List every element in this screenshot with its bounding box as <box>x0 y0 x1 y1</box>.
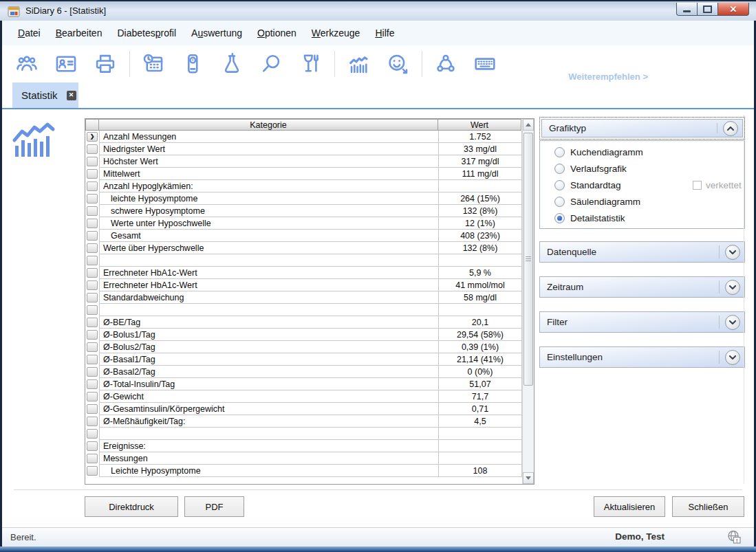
app-icon <box>8 5 21 17</box>
expand-button[interactable] <box>725 350 740 365</box>
value-cell <box>439 440 522 452</box>
menu-item-optionen[interactable]: Optionen <box>250 25 304 41</box>
row-selector-button[interactable] <box>87 342 98 352</box>
panel-einstellungen[interactable]: Einstellungen <box>539 346 745 368</box>
menu-item-datei[interactable]: Datei <box>10 25 48 41</box>
value-cell <box>439 428 522 440</box>
category-cell <box>99 304 439 316</box>
sync-icon[interactable] <box>431 49 461 78</box>
radio-säulendiagramm[interactable] <box>554 197 565 207</box>
table-row: Ø-Total-Insulin/Tag51,07 <box>85 378 522 390</box>
lab-flask-icon[interactable] <box>217 49 247 78</box>
table-scrollbar[interactable] <box>522 119 534 484</box>
menu-item-auswertung[interactable]: Auswertung <box>184 25 250 41</box>
row-selector-button[interactable] <box>87 293 98 302</box>
restore-button[interactable] <box>697 3 718 16</box>
expand-button[interactable] <box>725 245 740 260</box>
row-selector-button[interactable] <box>87 392 98 401</box>
tab-close-icon[interactable]: ✕ <box>67 91 76 100</box>
keyboard-icon[interactable] <box>470 49 500 78</box>
category-cell: Anzahl Hypoglykämien: <box>99 180 439 192</box>
calendar-clock-icon[interactable] <box>138 49 169 78</box>
printer-icon[interactable] <box>90 49 120 78</box>
menu-item-hilfe[interactable]: Hilfe <box>367 25 402 41</box>
value-cell: 108 <box>439 465 522 477</box>
scroll-up-button[interactable] <box>523 119 534 131</box>
expand-button[interactable] <box>725 315 740 330</box>
chevron-up-icon <box>726 126 735 131</box>
table-row: Ø-Basal1/Tag21,14 (41%) <box>85 353 522 366</box>
table-row: Ereignisse: <box>85 440 522 452</box>
direktdruck-button[interactable]: Direktdruck <box>85 496 178 517</box>
row-selector-cell <box>85 428 99 440</box>
users-icon[interactable] <box>12 49 42 78</box>
search-icon[interactable] <box>256 49 286 78</box>
row-selector-button[interactable] <box>87 194 98 203</box>
radio-detailstatistik[interactable] <box>554 213 565 223</box>
scrollbar-thumb[interactable] <box>523 133 533 386</box>
radio-verlaufsgrafik[interactable] <box>554 164 565 174</box>
schliessen-button[interactable]: Schließen <box>672 496 744 517</box>
recommend-link[interactable]: Weiterempfehlen > <box>568 71 648 82</box>
row-selector-button[interactable] <box>87 280 98 290</box>
row-selector-button[interactable] <box>87 379 98 389</box>
table-row: Werte unter Hyposchwelle12 (1%) <box>85 217 522 230</box>
row-selector-button[interactable] <box>87 169 98 179</box>
header-divider <box>717 123 717 133</box>
row-selector-button[interactable] <box>87 318 98 327</box>
menu-item-werkzeuge[interactable]: Werkzeuge <box>304 25 368 41</box>
scroll-down-button[interactable] <box>523 472 534 484</box>
nutrition-icon[interactable] <box>295 49 325 78</box>
expand-button[interactable] <box>725 280 740 295</box>
row-selector-button[interactable] <box>87 330 98 340</box>
row-selector-button[interactable] <box>87 219 98 228</box>
row-selector-button[interactable] <box>87 268 98 278</box>
row-selector-button[interactable] <box>87 355 98 364</box>
close-button[interactable]: ✕ <box>717 3 749 16</box>
statistics-icon[interactable] <box>343 49 374 78</box>
menu-item-diabetesprofil[interactable]: Diabetesprofil <box>109 25 184 41</box>
radio-kuchendiagramm[interactable] <box>554 147 565 157</box>
pdf-button[interactable]: PDF <box>184 496 244 517</box>
row-selector-button[interactable] <box>87 206 98 216</box>
row-selector-button[interactable] <box>87 305 98 315</box>
row-selector-button[interactable] <box>87 231 98 241</box>
row-selector-button[interactable] <box>87 256 98 265</box>
value-column-header[interactable]: Wert <box>438 119 521 131</box>
grafiktyp-header[interactable]: Grafiktyp <box>541 119 743 137</box>
wellbeing-icon[interactable] <box>382 49 413 78</box>
row-selector-button[interactable] <box>87 367 98 377</box>
online-status-icon[interactable]: ! <box>726 529 743 546</box>
panel-datenquelle[interactable]: Datenquelle <box>539 241 745 263</box>
row-selector-button[interactable] <box>87 157 98 166</box>
row-selector-button[interactable] <box>87 243 98 253</box>
current-row-marker[interactable]: ❯ <box>87 132 98 142</box>
chevron-down-icon <box>728 250 737 255</box>
table-row: Höchster Wert317 mg/dl <box>85 155 522 168</box>
row-selector-button[interactable] <box>87 417 98 426</box>
row-selector-button[interactable] <box>87 441 98 451</box>
selector-column-header[interactable] <box>85 119 99 131</box>
aktualisieren-button[interactable]: Aktualisieren <box>594 496 665 517</box>
category-column-header[interactable]: Kategorie <box>98 119 438 131</box>
row-selector-button[interactable] <box>87 466 98 476</box>
profile-card-icon[interactable] <box>51 49 81 78</box>
content-area: Kategorie Wert ❯Anzahl Messungen1.752Nie… <box>2 109 754 527</box>
minimize-button[interactable] <box>676 3 698 16</box>
row-selector-button[interactable] <box>87 144 98 154</box>
row-selector-button[interactable] <box>87 404 98 414</box>
menu-item-bearbeiten[interactable]: Bearbeiten <box>48 25 110 41</box>
panel-zeitraum[interactable]: Zeitraum <box>539 276 745 298</box>
row-selector-button[interactable] <box>87 454 98 463</box>
radio-standardtag[interactable] <box>554 180 565 190</box>
toolbar-separator <box>422 51 422 77</box>
glucose-meter-icon[interactable] <box>177 49 208 78</box>
tab-statistik[interactable]: Statistik ✕ <box>12 82 78 108</box>
collapse-button[interactable] <box>723 121 738 136</box>
verkettet-checkbox[interactable] <box>693 181 702 190</box>
row-selector-button[interactable] <box>87 429 98 439</box>
value-cell: 0 (0%) <box>439 366 522 378</box>
panel-filter[interactable]: Filter <box>539 311 745 333</box>
value-cell: 0,71 <box>439 403 522 415</box>
row-selector-button[interactable] <box>87 181 98 191</box>
